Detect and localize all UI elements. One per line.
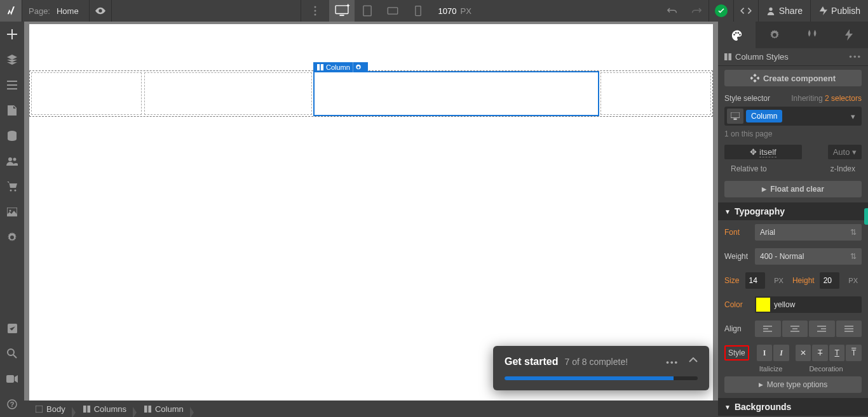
align-justify[interactable] (836, 321, 862, 337)
style-regular[interactable]: I (757, 345, 773, 361)
add-element-button[interactable] (0, 22, 24, 47)
panel-header: Column Styles ••• (718, 48, 868, 66)
settings-button[interactable] (0, 225, 24, 250)
users-button[interactable] (0, 149, 24, 174)
tab-interactions[interactable] (831, 22, 868, 48)
create-component-button[interactable]: Create component (724, 70, 862, 86)
device-phone[interactable] (405, 0, 431, 22)
device-group: ✦ (329, 0, 431, 22)
crumb-column[interactable]: Column (138, 404, 190, 414)
ecommerce-button[interactable] (0, 174, 24, 199)
tab-settings[interactable] (756, 22, 793, 48)
more-type-options[interactable]: ▶More type options (724, 376, 862, 393)
tab-style[interactable] (718, 22, 756, 48)
align-center[interactable] (782, 321, 808, 337)
crumb-body[interactable]: Body (29, 404, 72, 414)
color-input[interactable]: yellow (755, 296, 862, 313)
device-phone-landscape[interactable] (380, 0, 405, 22)
panel-tabs (718, 22, 868, 48)
undo-button[interactable] (660, 0, 684, 22)
decoration-none[interactable]: ✕ (796, 345, 811, 361)
canvas[interactable]: Column (29, 24, 713, 400)
sparkle-icon: ✦ (346, 3, 351, 9)
decoration-strike[interactable]: T (812, 345, 828, 361)
assets-button[interactable] (0, 199, 24, 225)
element-settings-icon[interactable] (353, 62, 364, 72)
components-button[interactable] (0, 47, 24, 72)
selection-label: Column (313, 62, 368, 72)
navigator-button[interactable] (0, 72, 24, 98)
help-button[interactable]: ? (0, 392, 24, 417)
align-left[interactable] (755, 321, 781, 337)
preview-button[interactable] (90, 0, 111, 22)
component-icon (750, 74, 759, 83)
svg-rect-29 (728, 53, 731, 60)
selector-tag[interactable]: Column (746, 110, 782, 122)
position-itself[interactable]: ✥itself (724, 145, 802, 159)
color-swatch[interactable] (756, 298, 770, 312)
position-auto[interactable]: Auto ▾ (828, 145, 862, 159)
panel-menu-icon[interactable]: ••• (849, 52, 862, 62)
webflow-logo[interactable] (0, 0, 22, 22)
size-input[interactable]: 14 (745, 272, 766, 289)
float-clear-button[interactable]: ▶Float and clear (724, 181, 862, 197)
font-select[interactable]: Arial ⇅ (755, 224, 862, 241)
svg-point-1 (314, 10, 316, 12)
column-2[interactable] (144, 72, 312, 115)
svg-rect-27 (148, 406, 151, 413)
canvas-width[interactable]: 1070PX (438, 6, 471, 16)
svg-point-10 (8, 157, 12, 161)
svg-point-13 (15, 190, 17, 192)
video-button[interactable] (0, 366, 24, 392)
selector-dropdown[interactable]: ▾ (847, 112, 859, 121)
align-right[interactable] (809, 321, 835, 337)
svg-text:?: ? (10, 400, 15, 408)
audit-button[interactable] (0, 315, 24, 341)
column-1[interactable] (31, 72, 142, 115)
search-button[interactable] (0, 341, 24, 366)
chevron-up-icon[interactable] (689, 357, 698, 362)
status-indicator[interactable] (715, 4, 728, 17)
height-input[interactable]: 20 (820, 272, 840, 289)
feedback-tab[interactable] (864, 208, 868, 225)
section-typography[interactable]: ▼Typography (718, 202, 868, 220)
more-options-icon[interactable]: ••• (666, 357, 679, 367)
style-label-highlighted: Style (724, 345, 749, 361)
page-label: Page: (22, 6, 57, 16)
column-icon (317, 64, 323, 70)
svg-rect-23 (36, 406, 43, 413)
style-italic[interactable]: I (773, 345, 789, 361)
svg-point-12 (10, 190, 12, 192)
decoration-overline[interactable]: T (846, 345, 862, 361)
svg-rect-22 (321, 64, 323, 70)
pages-button[interactable] (0, 98, 24, 123)
align-label: Align (724, 324, 750, 333)
selector-input[interactable]: Column ▾ (724, 107, 862, 126)
columns-row[interactable]: Column (29, 70, 713, 117)
share-button[interactable]: Share (759, 0, 810, 22)
column-4[interactable] (600, 72, 711, 115)
publish-button[interactable]: Publish (811, 0, 868, 22)
redo-button[interactable] (684, 0, 709, 22)
svg-rect-31 (733, 118, 736, 120)
cms-button[interactable] (0, 123, 24, 149)
column-3-selected[interactable]: Column (313, 71, 599, 116)
svg-point-0 (314, 6, 316, 8)
on-page-count: 1 on this page (718, 129, 868, 143)
more-dots-icon[interactable] (314, 6, 316, 16)
svg-rect-5 (363, 6, 370, 16)
svg-rect-28 (724, 53, 728, 60)
export-code-button[interactable] (734, 0, 758, 22)
selector-row: Style selector Inheriting 2 selectors (718, 90, 868, 107)
weight-label: Weight (724, 252, 750, 261)
section-backgrounds[interactable]: ▼Backgrounds (718, 398, 868, 416)
breadcrumb: Body Columns Column (24, 400, 718, 417)
weight-select[interactable]: 400 - Normal ⇅ (755, 248, 862, 265)
page-name[interactable]: Home (57, 6, 79, 16)
selector-state-button[interactable] (727, 109, 743, 124)
device-desktop[interactable]: ✦ (329, 0, 355, 22)
crumb-columns[interactable]: Columns (77, 404, 133, 414)
decoration-underline[interactable]: T (829, 345, 845, 361)
device-tablet[interactable] (355, 0, 380, 22)
tab-effects[interactable] (793, 22, 831, 48)
